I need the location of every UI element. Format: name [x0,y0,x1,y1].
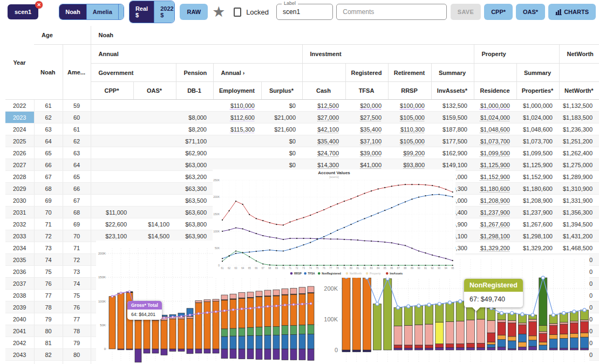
cell-year[interactable]: 2041 [5,325,34,337]
tab-joint[interactable]: Joint [118,4,124,19]
cell-year[interactable]: 2037 [5,278,34,290]
svg-text:91: 91 [424,267,427,270]
cell-residence[interactable]: $1,329,200 [474,242,516,254]
cell-residence[interactable]: $1,073,700 [474,135,516,147]
cell-residence[interactable]: $1,152,900 [474,171,516,183]
cell-year[interactable]: 2025 [5,135,34,147]
cell-year[interactable]: 2032 [5,218,34,230]
account-values-chart[interactable]: Account Values [scen1] 250K200K150K100K5… [213,169,455,278]
cell-year[interactable]: 2039 [5,301,34,313]
cell-year[interactable]: 2026 [5,147,34,159]
svg-text:250K: 250K [213,178,220,182]
cell-rrsp[interactable]: $105,000 [388,112,431,123]
comments-input[interactable]: Comments [336,4,447,20]
cell-tfsa[interactable]: $37,100 [345,135,388,147]
cell-tfsa[interactable]: $27,500 [345,112,388,123]
svg-text:84: 84 [377,267,380,270]
cell-residence[interactable]: $1,000,000 [474,100,516,112]
cell-year[interactable]: 2027 [5,159,34,171]
svg-text:61: 61 [221,267,224,270]
svg-text:InvAssets: InvAssets [390,272,403,275]
star-icon[interactable]: ★ [212,5,225,19]
label-input[interactable]: Label scen1 [276,4,333,20]
locked-checkbox[interactable] [234,8,241,17]
cell-cash[interactable]: $12,500 [302,100,345,112]
cell-year[interactable]: 2024 [5,123,34,135]
table-row: 20246361$8,200$115,300$21,600$42,100$35,… [5,123,599,135]
cell-cash[interactable]: $35,400 [302,135,345,147]
raw-button[interactable]: RAW [180,4,208,20]
cell-tfsa[interactable]: $39,000 [345,147,388,159]
cell-year[interactable]: 2030 [5,195,34,207]
person-toggle-group: Noah Amelia Joint [59,4,124,20]
cell-db-1 [176,100,213,112]
cell-cash[interactable]: $42,100 [302,123,345,135]
cell-year[interactable]: 2031 [5,207,34,218]
cell-residence[interactable]: $1,125,900 [474,159,516,171]
scenario-tab-label: scen1 [15,9,31,15]
cell-networth: $1,331,900 [559,195,599,207]
cell-residence[interactable]: $1,048,600 [474,123,516,135]
cell-cash[interactable]: $24,700 [302,147,345,159]
cell-noah-age: 71 [34,218,63,230]
cell-residence[interactable]: $1,024,000 [474,112,516,123]
cell-cpp [91,159,133,171]
header-summary: Summary [516,64,559,82]
cell-year[interactable]: 2043 [5,349,34,361]
cell-residence[interactable]: $1,298,100 [474,230,516,242]
cell-residence[interactable]: $1,237,900 [474,207,516,218]
cell-rrsp[interactable]: $105,000 [388,135,431,147]
tab-real-dollars[interactable]: Real $ [130,1,154,23]
oas-button[interactable]: OAS* [516,4,545,20]
cell-residence[interactable]: $1,099,500 [474,147,516,159]
cell-properties: $1,208,900 [516,195,559,207]
tab-2022-dollars[interactable]: 2022 $ [154,1,175,23]
close-icon[interactable]: ✕ [35,1,43,9]
header-invassets: InvAssets* [431,82,474,100]
cell-noah-age: 73 [34,242,63,254]
cell-year[interactable]: 2038 [5,290,34,301]
cell-year[interactable]: 2029 [5,183,34,195]
cell-cash[interactable]: $27,000 [302,112,345,123]
cell-year[interactable]: 2040 [5,313,34,325]
header-retirement: Retirement [388,64,431,82]
cell-tfsa[interactable]: $20,000 [345,100,388,112]
cell-year[interactable]: 2028 [5,171,34,183]
cell-year[interactable]: 2036 [5,266,34,278]
cell-rrsp[interactable]: $99,200 [388,147,431,159]
cpp-button[interactable]: CPP* [484,4,513,20]
cell-year[interactable]: 2035 [5,254,34,266]
cell-residence[interactable]: $1,208,900 [474,195,516,207]
cell-properties: $1,048,600 [516,123,559,135]
cell-amelia-age: 68 [63,207,91,218]
cell-year[interactable]: 2023 [5,112,34,123]
cell-rrsp[interactable]: $100,000 [388,100,431,112]
scenario-tab[interactable]: scen1 ✕ [8,4,38,19]
cell-residence[interactable]: $1,180,600 [474,183,516,195]
cell-noah-age: 62 [34,112,63,123]
charts-button[interactable]: CHARTS [548,4,596,20]
cell-year[interactable]: 2022 [5,100,34,112]
cell-cpp: $11,000 [91,207,133,218]
cell-year[interactable]: 2033 [5,230,34,242]
cell-residence[interactable]: $1,267,600 [474,218,516,230]
comments-placeholder: Comments [343,8,374,16]
cell-cpp [91,135,133,147]
cell-networth: $1,356,300 [559,207,599,218]
header-properties: Properties* [516,82,559,100]
cell-amelia-age: 64 [63,159,91,171]
cell-amelia-age: 75 [63,290,91,301]
header-age: Age [34,26,91,45]
cell-year[interactable]: 2034 [5,242,34,254]
tab-amelia[interactable]: Amelia [86,4,118,19]
cell-rrsp[interactable]: $110,300 [388,123,431,135]
tab-noah[interactable]: Noah [59,4,86,19]
cell-employment[interactable]: $115,300 [213,123,261,135]
cell-year[interactable]: 2044 [5,361,34,364]
cell-tfsa[interactable]: $35,400 [345,123,388,135]
svg-text:78: 78 [336,267,339,270]
cell-employment[interactable]: $112,600 [213,112,261,123]
cell-employment[interactable]: $110,000 [213,100,261,112]
cell-year[interactable]: 2042 [5,337,34,349]
save-button[interactable]: SAVE [451,4,481,20]
